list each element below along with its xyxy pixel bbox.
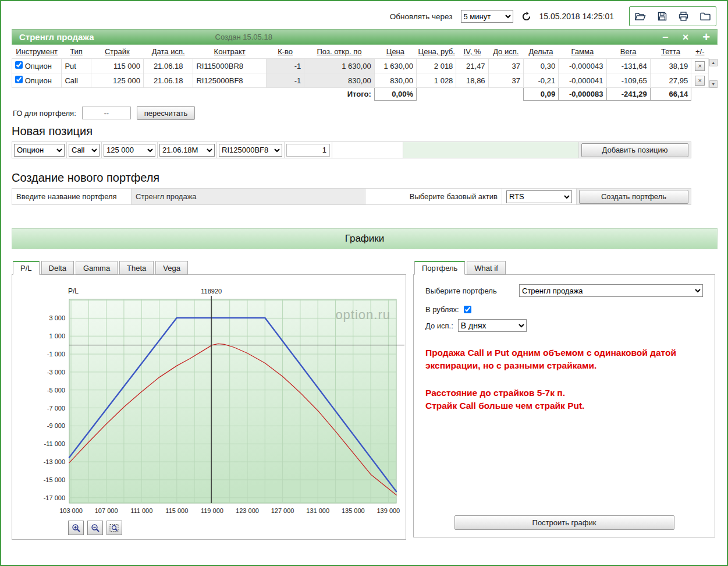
col-header-price-rub[interactable]: Цена, руб. [417, 45, 456, 59]
scrollbar-spacer [709, 45, 718, 59]
add-panel-button[interactable]: + [702, 31, 710, 44]
zoom-in-button[interactable] [68, 521, 84, 535]
cell-theta: 38,19 [650, 59, 691, 73]
close-button[interactable]: × [683, 32, 689, 43]
cell-delta: -0,21 [523, 73, 558, 88]
cell-qty[interactable]: -1 [266, 73, 304, 88]
delete-row-button[interactable]: × [695, 76, 705, 86]
col-header-qty[interactable]: К-во [266, 45, 304, 59]
cell-open-pos[interactable]: 1 630,00 [304, 59, 375, 73]
portfolio-created-label: Создан 15.05.18 [215, 33, 272, 41]
print-icon [679, 12, 688, 21]
col-header-days[interactable]: До исп. [488, 45, 523, 59]
days-select[interactable]: В днях [458, 319, 527, 332]
print-button[interactable] [677, 9, 691, 23]
svg-text:135 000: 135 000 [342, 507, 365, 514]
np-type-select[interactable]: Call [69, 144, 100, 157]
tab-theta[interactable]: Theta [119, 261, 154, 275]
tab-delta[interactable]: Delta [41, 261, 74, 275]
portfolio-select[interactable]: Стренгл продажа [519, 284, 703, 297]
scroll-down-icon[interactable]: ▼ [709, 80, 718, 88]
cell-price: 1 630,00 [374, 59, 416, 73]
tab-what-if[interactable]: What if [467, 261, 505, 275]
build-chart-button[interactable]: Построить график [454, 515, 674, 530]
svg-text:-17 000: -17 000 [44, 494, 65, 501]
col-header-delta[interactable]: Дельта [523, 45, 558, 59]
rubles-checkbox[interactable] [464, 306, 471, 313]
zoom-controls [68, 521, 406, 535]
note-line-2: Расстояние до страйков 5-7к п. [425, 387, 703, 399]
col-header-exp-date[interactable]: Дата исп. [144, 45, 193, 59]
svg-text:-15 000: -15 000 [44, 476, 65, 483]
np-date-select[interactable]: 21.06.18M [159, 144, 215, 157]
row-checkbox[interactable] [15, 76, 23, 83]
file-toolbar [629, 6, 716, 26]
cell-delete: × [691, 73, 709, 88]
np-contract-select[interactable]: RI125000BF8 [219, 144, 282, 157]
svg-text:-1 000: -1 000 [47, 351, 65, 358]
minimize-button[interactable]: − [662, 32, 669, 43]
col-header-contract[interactable]: Контракт [193, 45, 267, 59]
col-header-strike[interactable]: Страйк [91, 45, 143, 59]
col-header-plusminus[interactable]: +/- [691, 45, 709, 59]
base-asset-select[interactable]: RTS [506, 190, 572, 203]
delete-row-button[interactable]: × [695, 61, 705, 71]
instrument-label: Опцион [25, 62, 52, 70]
cell-exp-date: 21.06.18 [144, 59, 193, 73]
svg-text:103 000: 103 000 [59, 507, 83, 514]
cell-vega: -131,64 [606, 59, 650, 73]
add-position-button[interactable]: Добавить позицию [581, 143, 688, 157]
svg-text:3 000: 3 000 [49, 314, 65, 321]
svg-text:-7 000: -7 000 [47, 405, 65, 412]
save-icon [658, 12, 667, 21]
np-instrument-select[interactable]: Опцион [14, 144, 65, 157]
zoom-reset-button[interactable] [106, 521, 122, 535]
refresh-button[interactable] [521, 12, 531, 22]
open-file-button[interactable] [634, 9, 648, 23]
np-strike-select[interactable]: 125 000 [104, 144, 155, 157]
window-controls: − × + [662, 31, 710, 44]
totals-percent: 0,00% [374, 88, 416, 101]
tab-pl[interactable]: P/L [13, 261, 40, 275]
cell-iv: 21,47 [456, 59, 488, 73]
totals-theta: 66,14 [650, 88, 691, 101]
col-header-gamma[interactable]: Гамма [559, 45, 606, 59]
portfolio-name-input[interactable] [132, 189, 365, 204]
cell-vega: -109,65 [606, 73, 650, 88]
portfolios-folder-button[interactable] [698, 9, 712, 23]
totals-row: Итого: 0,00% 0,09 -0,000083 -241,29 66,1… [12, 88, 718, 101]
np-qty-input[interactable] [286, 144, 330, 157]
scroll-up-icon[interactable]: ▲ [709, 59, 718, 66]
tab-vega[interactable]: Vega [155, 261, 188, 275]
go-row: ГО для портфеля: -- пересчитать [13, 106, 716, 120]
col-header-vega[interactable]: Вега [606, 45, 650, 59]
col-header-iv[interactable]: IV, % [456, 45, 488, 59]
svg-text:1 000: 1 000 [49, 332, 65, 339]
portfolio-settings-panel: Выберите портфель Стренгл продажа В рубл… [413, 274, 715, 537]
col-header-theta[interactable]: Тетта [650, 45, 691, 59]
row-checkbox[interactable] [15, 61, 23, 69]
zoom-out-button[interactable] [87, 521, 103, 535]
svg-text:111 000: 111 000 [130, 507, 152, 514]
refresh-interval-select[interactable]: 5 минут [461, 10, 513, 23]
svg-text:-5 000: -5 000 [47, 387, 65, 394]
create-portfolio-button[interactable]: Создать портфель [579, 190, 688, 204]
pl-chart: 3 0001 000-1 000-3 000-5 000-7 000-9 000… [12, 277, 406, 518]
portfolio-name-label: Введите название портфеля [16, 192, 117, 201]
totals-vega: -241,29 [606, 88, 650, 101]
table-scrollbar[interactable]: ▲ ▼ [709, 59, 718, 88]
cell-open-pos[interactable]: 830,00 [304, 73, 375, 88]
col-header-instrument[interactable]: Инструмент [12, 45, 62, 59]
cell-qty[interactable]: -1 [266, 59, 304, 73]
tab-portfolio[interactable]: Портфель [414, 261, 465, 275]
right-tabs: Портфель What if [413, 261, 715, 275]
col-header-price[interactable]: Цена [374, 45, 416, 59]
chart-right-column: Портфель What if Выберите портфель Стрен… [413, 261, 715, 537]
col-header-type[interactable]: Тип [62, 45, 91, 59]
col-header-open-pos[interactable]: Поз. откр. по [304, 45, 375, 59]
charts-area: P/L Delta Gamma Theta Vega 3 0001 000-1 … [12, 261, 718, 540]
save-button[interactable] [655, 9, 669, 23]
recalculate-button[interactable]: пересчитать [137, 106, 196, 120]
tab-gamma[interactable]: Gamma [76, 261, 118, 275]
page-frame: Обновлять через 5 минут 15.05.2018 14:25… [0, 0, 728, 566]
